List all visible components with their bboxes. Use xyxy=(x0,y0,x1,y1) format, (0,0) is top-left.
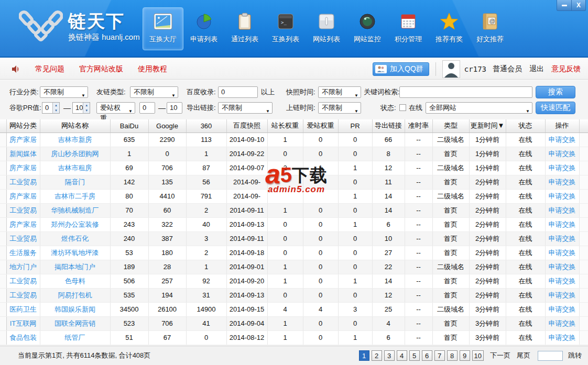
chevron-down-icon: ▼ xyxy=(266,106,270,117)
apply-exchange-link[interactable]: 申请交换 xyxy=(545,274,579,288)
nav-item-积分管理[interactable]: 积分管理 xyxy=(388,7,429,50)
nav-item-互换大厅[interactable]: 互换大厅 xyxy=(143,7,183,50)
apply-exchange-link[interactable]: 申请交换 xyxy=(545,175,579,189)
logout-link[interactable]: 退出 xyxy=(529,64,544,74)
apply-exchange-link[interactable]: 申请交换 xyxy=(545,161,579,175)
apply-exchange-link[interactable]: 申请交换 xyxy=(545,246,579,260)
notice-link[interactable]: 常见问题 xyxy=(35,64,64,73)
next-page-button[interactable]: 下一页 xyxy=(490,351,510,360)
page-button-4[interactable]: 4 xyxy=(397,350,407,361)
column-header[interactable]: 更新时间▼ xyxy=(469,119,506,132)
column-header[interactable]: 类型 xyxy=(432,119,469,132)
baidu-index-input[interactable]: 0 xyxy=(218,86,258,98)
close-button[interactable]: X xyxy=(571,0,585,10)
column-header[interactable]: 360 xyxy=(186,119,226,132)
site-scope-select[interactable]: 全部网站▼ xyxy=(426,102,532,114)
nav-item-推荐有奖[interactable]: 推荐有奖 xyxy=(429,7,470,50)
column-header[interactable]: 准时率 xyxy=(405,119,432,132)
last-page-button[interactable]: 尾页 xyxy=(517,351,530,360)
nav-item-互换列表[interactable]: >_互换列表 xyxy=(265,7,306,50)
cell: 1 xyxy=(338,161,372,175)
stepper-arrows-icon[interactable]: ▲▼ xyxy=(83,103,90,113)
join-qq-group-button[interactable]: 加入QQ群 xyxy=(373,62,429,76)
page-button-3[interactable]: 3 xyxy=(384,350,395,361)
apply-exchange-link[interactable]: 申请交换 xyxy=(545,231,579,246)
column-header[interactable]: 导出链接 xyxy=(372,119,405,132)
notice-link[interactable]: 官方网站改版 xyxy=(79,64,123,73)
cell: 1 xyxy=(267,316,303,330)
column-header[interactable]: PR xyxy=(338,119,372,132)
cell: 2014-09-13 xyxy=(226,288,267,302)
table-row: 医药卫生韩国娱乐新闻3450026100149002014-09-1544325… xyxy=(0,302,588,316)
apply-exchange-link[interactable]: 申请交换 xyxy=(545,288,579,302)
jump-page-input[interactable] xyxy=(538,351,563,361)
nav-item-申请列表[interactable]: 申请列表 xyxy=(183,7,224,50)
cell: 56 xyxy=(186,175,226,189)
keyword-input[interactable] xyxy=(399,86,532,98)
cell: 28 xyxy=(148,260,186,274)
page-button-8[interactable]: 8 xyxy=(447,350,458,361)
aizhan-max-input[interactable]: 10 xyxy=(167,102,182,114)
pr-max-stepper[interactable]: 10 ▲▼ xyxy=(72,102,90,114)
cell: 2014-09- xyxy=(226,189,267,203)
nav-item-网站监控[interactable]: 网站监控 xyxy=(347,7,388,50)
quick-match-button[interactable]: 快速匹配 xyxy=(536,102,575,114)
column-header[interactable]: 站长权重 xyxy=(267,119,303,132)
column-header[interactable]: 百度快照 xyxy=(226,119,267,132)
snapshot-select[interactable]: 不限制▼ xyxy=(318,86,361,98)
apply-exchange-link[interactable]: 申请交换 xyxy=(545,132,579,147)
nav-item-通过列表[interactable]: 通过列表 xyxy=(224,7,265,50)
pr-min-stepper[interactable]: 0 ▲▼ xyxy=(42,102,60,114)
uplink-time-select[interactable]: 不限制▼ xyxy=(318,102,361,114)
cell: 0 xyxy=(267,231,303,246)
page-button-2[interactable]: 2 xyxy=(372,350,382,361)
apply-exchange-link[interactable]: 申请交换 xyxy=(545,189,579,203)
user-avatar[interactable] xyxy=(442,60,460,78)
site-name: 吉林市租房 xyxy=(40,161,110,175)
page-button-1[interactable]: 1 xyxy=(359,350,369,361)
page-button-6[interactable]: 6 xyxy=(422,350,432,361)
nav-item-好文推荐[interactable]: @好文推荐 xyxy=(470,7,510,50)
export-links-select[interactable]: 不限制▼ xyxy=(218,102,273,114)
aizhan-min-input[interactable]: 0 xyxy=(139,102,155,114)
site-category: 工业贸易 xyxy=(6,203,40,217)
column-header[interactable]: BaiDu xyxy=(110,119,148,132)
feedback-link[interactable]: 意见反馈 xyxy=(551,64,581,74)
jump-button[interactable]: 跳转 xyxy=(568,351,582,360)
cell: 在线 xyxy=(506,288,545,302)
aizhan-weight-select[interactable]: 爱站权重▼ xyxy=(96,102,135,114)
search-button[interactable]: 搜索 xyxy=(536,86,575,98)
column-header[interactable]: 网站名称 xyxy=(40,119,110,132)
column-header[interactable]: 操作 xyxy=(545,119,579,132)
apply-exchange-link[interactable]: 申请交换 xyxy=(545,316,579,330)
apply-exchange-link[interactable]: 申请交换 xyxy=(545,302,579,316)
page-button-5[interactable]: 5 xyxy=(409,350,420,361)
stepper-arrows-icon[interactable]: ▲▼ xyxy=(52,103,59,113)
apply-exchange-link[interactable]: 申请交换 xyxy=(545,217,579,231)
industry-select[interactable]: 不限制▼ xyxy=(40,86,88,98)
chevron-down-icon: ▼ xyxy=(128,106,133,117)
qq-people-icon xyxy=(375,65,387,73)
cell: 3 xyxy=(186,231,226,246)
apply-exchange-link[interactable]: 申请交换 xyxy=(545,330,579,345)
cell: 4410 xyxy=(148,189,186,203)
minimize-button[interactable] xyxy=(557,0,571,10)
link-type-select[interactable]: 不限制▼ xyxy=(130,86,178,98)
column-header[interactable]: 爱站权重 xyxy=(303,119,338,132)
column-header[interactable]: 网站分类 xyxy=(6,119,40,132)
column-header[interactable]: 状态 xyxy=(506,119,545,132)
site-category: 工业贸易 xyxy=(6,274,40,288)
site-category: 医药卫生 xyxy=(6,302,40,316)
apply-exchange-link[interactable]: 申请交换 xyxy=(545,260,579,274)
column-header[interactable]: Google xyxy=(148,119,186,132)
cell: 2014-09- xyxy=(226,175,267,189)
nav-item-网站列表[interactable]: 网站列表 xyxy=(306,7,347,50)
page-button-10[interactable]: 10 xyxy=(472,350,484,361)
apply-exchange-link[interactable]: 申请交换 xyxy=(545,203,579,217)
page-button-9[interactable]: 9 xyxy=(460,350,470,361)
notice-link[interactable]: 使用教程 xyxy=(138,64,167,73)
site-category: 食品包装 xyxy=(6,330,40,345)
apply-exchange-link[interactable]: 申请交换 xyxy=(545,147,579,161)
online-checkbox[interactable] xyxy=(399,104,406,111)
page-button-7[interactable]: 7 xyxy=(434,350,445,361)
